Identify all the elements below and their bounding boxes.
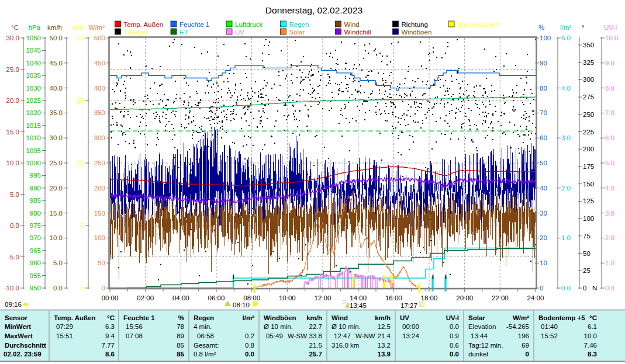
- svg-text:Donnerstag, 02.02.2023: Donnerstag, 02.02.2023: [265, 5, 362, 15]
- svg-text:hPa: hPa: [29, 24, 41, 31]
- svg-text:40: 40: [540, 185, 547, 192]
- svg-text:45.0: 45.0: [50, 60, 63, 67]
- svg-text:0: 0: [526, 351, 529, 358]
- svg-text:Sensor: Sensor: [5, 314, 28, 321]
- svg-text:0.0: 0.0: [53, 285, 63, 292]
- svg-text:T.Regen: T.Regen: [124, 29, 149, 36]
- svg-text:0.0: 0.0: [450, 323, 459, 330]
- svg-text:Luftdruck: Luftdruck: [235, 21, 263, 28]
- svg-text:00:00: 00:00: [102, 294, 119, 301]
- svg-text:0.0: 0.0: [245, 351, 254, 358]
- svg-text:0.8: 0.8: [245, 342, 254, 349]
- svg-text:%: %: [538, 24, 544, 31]
- svg-text:150: 150: [94, 210, 105, 217]
- svg-text:17:27: 17:27: [400, 302, 417, 309]
- svg-text:200: 200: [94, 185, 105, 192]
- svg-text:995: 995: [30, 172, 41, 179]
- svg-text:30.0: 30.0: [6, 34, 19, 41]
- svg-text:12.5: 12.5: [378, 323, 391, 330]
- svg-text:25.0: 25.0: [6, 66, 19, 73]
- svg-text:5.0: 5.0: [53, 259, 63, 266]
- svg-text:l/m²: l/m²: [243, 314, 255, 321]
- svg-text:70: 70: [540, 109, 547, 116]
- svg-text:60: 60: [540, 134, 547, 141]
- svg-text:0.0: 0.0: [605, 285, 614, 292]
- svg-text:Temp. Außen: Temp. Außen: [54, 314, 96, 321]
- svg-text:20: 20: [540, 234, 547, 241]
- svg-text:2.0: 2.0: [561, 185, 571, 192]
- svg-text:0.0: 0.0: [450, 351, 459, 358]
- svg-text:8.6: 8.6: [105, 351, 115, 358]
- svg-text:0.6: 0.6: [450, 342, 459, 349]
- svg-text:12:47: 12:47: [334, 332, 351, 339]
- svg-text:250: 250: [583, 111, 594, 118]
- svg-text:950: 950: [30, 285, 41, 292]
- svg-text:UV: UV: [400, 314, 409, 321]
- svg-text:78: 78: [177, 323, 184, 330]
- svg-text:16:00: 16:00: [385, 294, 402, 301]
- svg-text:25: 25: [583, 267, 591, 274]
- svg-text:7.0: 7.0: [605, 109, 614, 116]
- svg-text:6.0: 6.0: [605, 134, 614, 141]
- svg-text:km/h: km/h: [375, 314, 391, 321]
- svg-text:100: 100: [583, 215, 594, 222]
- svg-text:14:00: 14:00: [350, 294, 367, 301]
- svg-text:970: 970: [30, 234, 41, 241]
- svg-text:Wind: Wind: [344, 21, 360, 28]
- svg-text:-54.265: -54.265: [506, 323, 529, 330]
- svg-text:Bodentemp +5: Bodentemp +5: [538, 314, 585, 321]
- svg-text:5.0: 5.0: [10, 191, 19, 198]
- svg-text:1.0: 1.0: [561, 234, 571, 241]
- svg-text:20: 20: [77, 34, 84, 41]
- svg-text:3.0: 3.0: [561, 134, 571, 141]
- svg-text:ET: ET: [179, 29, 188, 36]
- svg-text:7.77: 7.77: [102, 342, 115, 349]
- svg-text:Temp. Außen: Temp. Außen: [124, 21, 164, 28]
- svg-text:Ø 10 min.: Ø 10 min.: [264, 323, 293, 330]
- svg-text:3.0: 3.0: [605, 210, 614, 217]
- svg-text:30.0: 30.0: [50, 134, 63, 141]
- svg-text:90: 90: [540, 60, 547, 67]
- svg-text:Wind: Wind: [332, 314, 348, 321]
- svg-text:980: 980: [30, 210, 41, 217]
- svg-text:4.0: 4.0: [605, 185, 614, 192]
- svg-text:10.0: 10.0: [6, 160, 19, 167]
- svg-text:5: 5: [81, 222, 84, 229]
- svg-text:21.5: 21.5: [309, 342, 322, 349]
- svg-text:1.0: 1.0: [605, 259, 614, 266]
- svg-text:dunkel: dunkel: [468, 351, 488, 358]
- svg-text:21.4: 21.4: [378, 332, 391, 339]
- svg-text:08:00: 08:00: [243, 294, 260, 301]
- svg-text:Regen: Regen: [289, 21, 309, 28]
- svg-text:Solar: Solar: [289, 29, 305, 36]
- svg-text:15:52: 15:52: [541, 332, 558, 339]
- svg-text:0: 0: [102, 285, 105, 292]
- svg-text:10.0: 10.0: [584, 332, 597, 339]
- svg-text:1010: 1010: [26, 134, 41, 141]
- svg-text:18:00: 18:00: [421, 294, 438, 301]
- svg-text:09:16: 09:16: [5, 301, 22, 308]
- svg-text:13.2: 13.2: [378, 342, 391, 349]
- svg-text:13:24: 13:24: [402, 332, 419, 339]
- svg-text:15.0: 15.0: [6, 129, 19, 136]
- svg-text:175: 175: [583, 163, 594, 170]
- svg-text:6.1: 6.1: [588, 323, 597, 330]
- svg-text:15.0: 15.0: [50, 210, 63, 217]
- svg-text:200: 200: [583, 145, 594, 152]
- svg-text:Feuchte 1: Feuchte 1: [179, 21, 209, 28]
- svg-text:316.0 km: 316.0 km: [332, 342, 359, 349]
- svg-text:1040: 1040: [26, 60, 41, 67]
- svg-text:13:44: 13:44: [471, 332, 488, 339]
- svg-text:0.0: 0.0: [10, 222, 19, 229]
- svg-text:-10.0: -10.0: [4, 285, 19, 292]
- svg-text:8.0: 8.0: [605, 85, 614, 92]
- svg-text:02:00: 02:00: [137, 294, 154, 301]
- svg-text:7.46: 7.46: [584, 342, 597, 349]
- svg-text:89: 89: [177, 332, 184, 339]
- svg-text:km/h: km/h: [306, 314, 322, 321]
- svg-text:6.3: 6.3: [105, 323, 115, 330]
- svg-text:400: 400: [94, 85, 105, 92]
- svg-text:125: 125: [583, 197, 594, 204]
- svg-text:10:00: 10:00: [279, 294, 296, 301]
- svg-text:325: 325: [583, 59, 594, 66]
